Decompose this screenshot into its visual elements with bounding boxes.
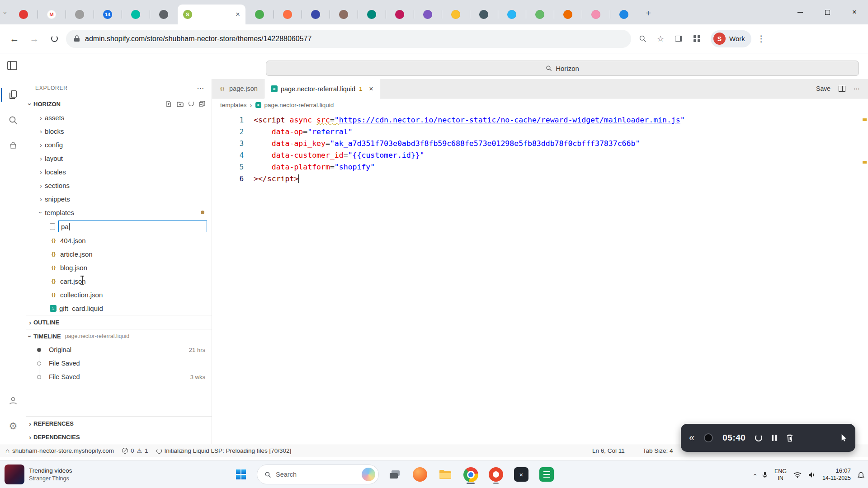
store-icon[interactable] [3,135,24,156]
code-content[interactable]: 1<script async src="https://cdn.nector.i… [212,111,862,444]
restart-recording-icon[interactable] [755,434,762,441]
account-icon[interactable] [3,390,24,411]
start-button[interactable] [231,465,250,484]
volume-icon[interactable] [808,472,816,478]
browser-tab[interactable] [358,5,386,24]
delete-recording-icon[interactable] [786,434,793,442]
browser-tab[interactable] [245,5,274,24]
screen-recorder-button[interactable] [486,465,505,484]
browser-tab[interactable] [302,5,330,24]
tree-file[interactable]: {}cart.json [26,274,212,288]
browser-tab[interactable] [122,5,150,24]
cursor-position[interactable]: Ln 6, Col 11 [592,447,625,454]
browser-menu-icon[interactable]: ⋮ [755,33,768,44]
browser-tab[interactable]: 14 [94,5,122,24]
tray-expand-icon[interactable]: › [751,474,758,476]
browser-tab[interactable] [414,5,442,24]
timeline-entry[interactable]: File Saved3 wks [26,370,212,384]
command-center[interactable]: Horizon [266,61,859,76]
explorer-more-icon[interactable]: ⋯ [197,84,204,93]
section-dependencies[interactable]: › DEPENDENCIES [26,430,212,444]
tab-close-icon[interactable]: × [236,10,240,19]
timeline-entry[interactable]: Original21 hrs [26,343,212,357]
tree-folder[interactable]: ›layout [26,151,212,165]
new-folder-icon[interactable] [177,101,184,107]
new-file-input[interactable]: pa [58,221,207,232]
wifi-icon[interactable] [793,472,802,478]
task-view-button[interactable] [385,465,404,484]
browser-tab[interactable] [66,5,94,24]
app-icon-2[interactable]: × [512,465,531,484]
url-field[interactable]: admin.shopify.com/store/shubham-nector-s… [66,30,631,48]
tab-close-icon[interactable]: × [369,85,373,93]
file-explorer-button[interactable] [436,465,455,484]
section-timeline[interactable]: › TIMELINE page.nector-referral.liquid [26,329,212,343]
editor-menu-icon[interactable] [7,61,17,70]
browser-tab[interactable] [554,5,582,24]
settings-gear-icon[interactable]: ⚙ [3,416,24,436]
app-icon-3[interactable] [537,465,556,484]
save-button[interactable]: Save [816,85,830,92]
browser-tab[interactable] [470,5,498,24]
tree-file[interactable]: ≈gift_card.liquid [26,301,212,315]
tab-size[interactable]: Tab Size: 4 [643,447,673,454]
browser-tab[interactable] [582,5,610,24]
refresh-icon[interactable] [189,101,194,108]
browser-tab[interactable] [386,5,414,24]
browser-tab[interactable] [526,5,554,24]
breadcrumb-item[interactable]: templates [220,102,247,108]
editor-tab[interactable]: {}page.json [212,79,264,98]
tab-list-chevron-icon[interactable]: › [2,12,9,14]
tree-file[interactable]: {}blog.json [26,261,212,274]
breadcrumb-item[interactable]: page.nector-referral.liquid [264,102,334,108]
browser-tab[interactable] [274,5,302,24]
browser-tab[interactable] [610,5,638,24]
pause-recording-icon[interactable] [772,435,777,441]
browser-tab[interactable] [150,5,178,24]
browser-tab[interactable] [498,5,526,24]
minimize-button[interactable] [787,0,814,24]
language-indicator[interactable]: ENG IN [774,468,787,482]
browser-tab[interactable] [442,5,470,24]
new-tab-button[interactable]: + [642,6,655,20]
store-status[interactable]: ⌂ shubham-nector-store.myshopify.com [5,447,114,455]
tree-file[interactable]: {}article.json [26,247,212,261]
section-horizon[interactable]: › HORIZON [26,97,212,111]
notifications-icon[interactable] [858,471,864,479]
browser-tab[interactable] [9,5,38,24]
reload-button[interactable] [46,31,62,47]
explorer-icon[interactable] [3,84,24,105]
editor-tab[interactable]: ≈page.nector-referral.liquid1× [264,79,380,99]
side-search-icon[interactable] [635,31,650,47]
clock[interactable]: 16:07 14-11-2025 [822,467,851,482]
tree-folder-templates[interactable]: › templates [26,206,212,219]
split-editor-icon[interactable] [839,86,845,92]
collapse-folders-icon[interactable] [199,101,205,107]
browser-tab[interactable] [330,5,358,24]
browser-tab[interactable]: M [38,5,66,24]
chrome-button[interactable] [461,465,480,484]
profile-chip[interactable]: S Work [711,30,751,47]
search-sidebar-icon[interactable] [3,110,24,131]
new-file-icon[interactable] [165,101,172,107]
maximize-button[interactable] [814,0,841,24]
tree-folder[interactable]: ›config [26,138,212,151]
tree-file[interactable]: {}collection.json [26,288,212,301]
microphone-icon[interactable] [762,471,768,479]
section-references[interactable]: › REFERENCES [26,416,212,430]
app-icon-1[interactable] [410,465,429,484]
browser-tab[interactable]: S× [178,5,245,24]
widgets-button[interactable]: Trending videos Stranger Things [5,465,72,484]
collapse-icon[interactable]: « [689,433,694,443]
close-button[interactable]: × [841,0,868,24]
tree-file[interactable]: {}404.json [26,234,212,247]
forward-button[interactable]: → [26,31,42,47]
taskbar-search[interactable]: Search [257,465,379,484]
tree-folder[interactable]: ›sections [26,178,212,192]
back-button[interactable]: ← [6,31,23,47]
side-panel-icon[interactable] [671,31,686,47]
section-outline[interactable]: › OUTLINE [26,315,212,329]
editor-more-icon[interactable]: ⋯ [854,85,860,92]
tree-folder[interactable]: ›locales [26,165,212,178]
tree-folder[interactable]: ›blocks [26,124,212,138]
